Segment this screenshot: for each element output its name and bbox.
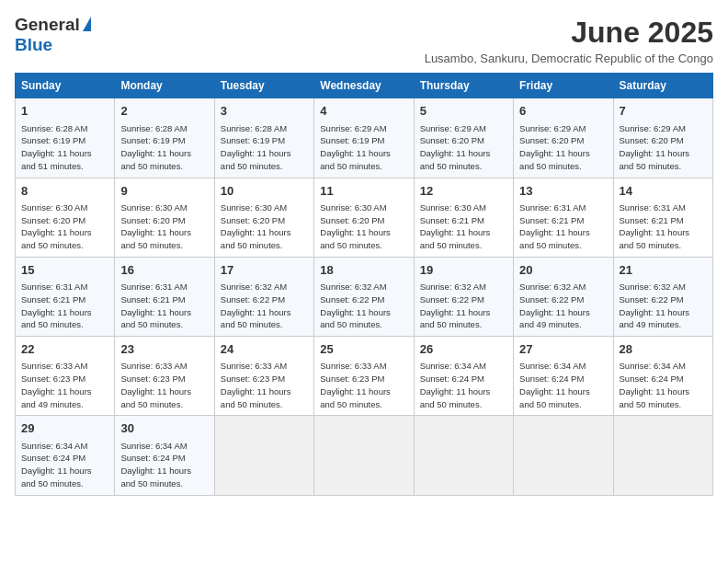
day-info: Sunrise: 6:29 AM Sunset: 6:20 PM Dayligh… xyxy=(519,122,607,173)
calendar-cell: 21Sunrise: 6:32 AM Sunset: 6:22 PM Dayli… xyxy=(613,257,712,336)
calendar-cell: 3Sunrise: 6:28 AM Sunset: 6:19 PM Daylig… xyxy=(214,98,313,178)
day-number: 10 xyxy=(221,183,308,200)
calendar-cell: 20Sunrise: 6:32 AM Sunset: 6:22 PM Dayli… xyxy=(514,257,613,336)
day-number: 19 xyxy=(420,262,507,279)
day-number: 12 xyxy=(420,183,507,200)
day-number: 3 xyxy=(221,103,308,120)
day-info: Sunrise: 6:29 AM Sunset: 6:19 PM Dayligh… xyxy=(320,122,407,173)
calendar-cell: 19Sunrise: 6:32 AM Sunset: 6:22 PM Dayli… xyxy=(414,257,513,336)
logo-general: General xyxy=(15,15,80,35)
header-tuesday: Tuesday xyxy=(214,74,313,98)
logo-triangle-icon xyxy=(83,17,91,31)
day-number: 9 xyxy=(120,183,208,200)
day-number: 13 xyxy=(519,183,607,200)
day-info: Sunrise: 6:30 AM Sunset: 6:20 PM Dayligh… xyxy=(120,201,208,252)
calendar-week-row: 29Sunrise: 6:34 AM Sunset: 6:24 PM Dayli… xyxy=(16,416,713,495)
day-number: 18 xyxy=(320,262,407,279)
calendar-cell: 9Sunrise: 6:30 AM Sunset: 6:20 PM Daylig… xyxy=(115,178,214,257)
calendar-header-row: SundayMondayTuesdayWednesdayThursdayFrid… xyxy=(16,74,713,98)
day-number: 23 xyxy=(120,341,208,358)
calendar-cell xyxy=(514,416,613,495)
day-info: Sunrise: 6:28 AM Sunset: 6:19 PM Dayligh… xyxy=(221,122,308,173)
header-thursday: Thursday xyxy=(414,74,513,98)
calendar-cell: 27Sunrise: 6:34 AM Sunset: 6:24 PM Dayli… xyxy=(514,337,613,416)
day-info: Sunrise: 6:31 AM Sunset: 6:21 PM Dayligh… xyxy=(519,201,607,252)
day-number: 22 xyxy=(21,341,108,358)
day-info: Sunrise: 6:28 AM Sunset: 6:19 PM Dayligh… xyxy=(120,122,208,173)
day-number: 15 xyxy=(21,262,108,279)
day-info: Sunrise: 6:32 AM Sunset: 6:22 PM Dayligh… xyxy=(320,281,407,331)
calendar-cell: 22Sunrise: 6:33 AM Sunset: 6:23 PM Dayli… xyxy=(16,337,115,416)
day-number: 7 xyxy=(620,103,707,120)
day-info: Sunrise: 6:30 AM Sunset: 6:20 PM Dayligh… xyxy=(320,201,407,252)
day-info: Sunrise: 6:31 AM Sunset: 6:21 PM Dayligh… xyxy=(120,281,208,331)
calendar-cell: 23Sunrise: 6:33 AM Sunset: 6:23 PM Dayli… xyxy=(115,337,214,416)
day-info: Sunrise: 6:31 AM Sunset: 6:21 PM Dayligh… xyxy=(620,201,707,252)
day-info: Sunrise: 6:30 AM Sunset: 6:20 PM Dayligh… xyxy=(221,201,308,252)
day-number: 8 xyxy=(21,183,108,200)
day-info: Sunrise: 6:33 AM Sunset: 6:23 PM Dayligh… xyxy=(120,360,208,410)
calendar-cell: 12Sunrise: 6:30 AM Sunset: 6:21 PM Dayli… xyxy=(414,178,513,257)
day-info: Sunrise: 6:33 AM Sunset: 6:23 PM Dayligh… xyxy=(221,360,308,410)
day-info: Sunrise: 6:32 AM Sunset: 6:22 PM Dayligh… xyxy=(620,281,707,331)
calendar-cell xyxy=(414,416,513,495)
day-number: 30 xyxy=(120,420,208,437)
day-number: 11 xyxy=(320,183,407,200)
day-number: 29 xyxy=(21,420,108,437)
calendar-week-row: 22Sunrise: 6:33 AM Sunset: 6:23 PM Dayli… xyxy=(16,337,713,416)
day-number: 26 xyxy=(420,341,507,358)
day-info: Sunrise: 6:33 AM Sunset: 6:23 PM Dayligh… xyxy=(21,360,108,410)
calendar-cell: 4Sunrise: 6:29 AM Sunset: 6:19 PM Daylig… xyxy=(314,98,414,178)
calendar-cell: 8Sunrise: 6:30 AM Sunset: 6:20 PM Daylig… xyxy=(16,178,115,257)
calendar-week-row: 1Sunrise: 6:28 AM Sunset: 6:19 PM Daylig… xyxy=(16,98,713,178)
day-number: 27 xyxy=(519,341,607,358)
calendar-table: SundayMondayTuesdayWednesdayThursdayFrid… xyxy=(15,73,713,495)
header-sunday: Sunday xyxy=(16,74,115,98)
calendar-cell xyxy=(314,416,414,495)
calendar-cell: 29Sunrise: 6:34 AM Sunset: 6:24 PM Dayli… xyxy=(16,416,115,495)
calendar-cell: 25Sunrise: 6:33 AM Sunset: 6:23 PM Dayli… xyxy=(314,337,414,416)
day-info: Sunrise: 6:32 AM Sunset: 6:22 PM Dayligh… xyxy=(519,281,607,331)
day-info: Sunrise: 6:30 AM Sunset: 6:20 PM Dayligh… xyxy=(21,201,108,252)
title-area: June 2025 Lusambo, Sankuru, Democratic R… xyxy=(425,15,713,65)
day-info: Sunrise: 6:32 AM Sunset: 6:22 PM Dayligh… xyxy=(420,281,507,331)
calendar-cell: 16Sunrise: 6:31 AM Sunset: 6:21 PM Dayli… xyxy=(115,257,214,336)
day-info: Sunrise: 6:34 AM Sunset: 6:24 PM Dayligh… xyxy=(620,360,707,410)
header: General Blue June 2025 Lusambo, Sankuru,… xyxy=(15,15,713,65)
day-number: 25 xyxy=(320,341,407,358)
calendar-cell: 14Sunrise: 6:31 AM Sunset: 6:21 PM Dayli… xyxy=(613,178,712,257)
day-number: 14 xyxy=(620,183,707,200)
calendar-cell: 15Sunrise: 6:31 AM Sunset: 6:21 PM Dayli… xyxy=(16,257,115,336)
day-info: Sunrise: 6:34 AM Sunset: 6:24 PM Dayligh… xyxy=(21,440,108,490)
month-title: June 2025 xyxy=(425,15,713,50)
day-info: Sunrise: 6:33 AM Sunset: 6:23 PM Dayligh… xyxy=(320,360,407,410)
calendar-cell: 6Sunrise: 6:29 AM Sunset: 6:20 PM Daylig… xyxy=(514,98,613,178)
calendar-cell: 7Sunrise: 6:29 AM Sunset: 6:20 PM Daylig… xyxy=(613,98,712,178)
calendar-cell: 26Sunrise: 6:34 AM Sunset: 6:24 PM Dayli… xyxy=(414,337,513,416)
calendar-week-row: 8Sunrise: 6:30 AM Sunset: 6:20 PM Daylig… xyxy=(16,178,713,257)
day-number: 21 xyxy=(620,262,707,279)
calendar-cell: 11Sunrise: 6:30 AM Sunset: 6:20 PM Dayli… xyxy=(314,178,414,257)
calendar-cell: 5Sunrise: 6:29 AM Sunset: 6:20 PM Daylig… xyxy=(414,98,513,178)
header-saturday: Saturday xyxy=(613,74,712,98)
header-friday: Friday xyxy=(514,74,613,98)
day-number: 1 xyxy=(21,103,108,120)
day-number: 20 xyxy=(519,262,607,279)
calendar-cell: 2Sunrise: 6:28 AM Sunset: 6:19 PM Daylig… xyxy=(115,98,214,178)
header-wednesday: Wednesday xyxy=(314,74,414,98)
day-number: 16 xyxy=(120,262,208,279)
calendar-cell: 17Sunrise: 6:32 AM Sunset: 6:22 PM Dayli… xyxy=(214,257,313,336)
day-info: Sunrise: 6:28 AM Sunset: 6:19 PM Dayligh… xyxy=(21,122,108,173)
day-info: Sunrise: 6:30 AM Sunset: 6:21 PM Dayligh… xyxy=(420,201,507,252)
calendar-cell xyxy=(214,416,313,495)
day-number: 24 xyxy=(221,341,308,358)
calendar-cell: 18Sunrise: 6:32 AM Sunset: 6:22 PM Dayli… xyxy=(314,257,414,336)
day-info: Sunrise: 6:32 AM Sunset: 6:22 PM Dayligh… xyxy=(221,281,308,331)
calendar-cell: 30Sunrise: 6:34 AM Sunset: 6:24 PM Dayli… xyxy=(115,416,214,495)
day-info: Sunrise: 6:29 AM Sunset: 6:20 PM Dayligh… xyxy=(420,122,507,173)
day-number: 28 xyxy=(620,341,707,358)
calendar-cell xyxy=(613,416,712,495)
logo-blue: Blue xyxy=(15,35,52,54)
day-number: 6 xyxy=(519,103,607,120)
calendar-cell: 24Sunrise: 6:33 AM Sunset: 6:23 PM Dayli… xyxy=(214,337,313,416)
